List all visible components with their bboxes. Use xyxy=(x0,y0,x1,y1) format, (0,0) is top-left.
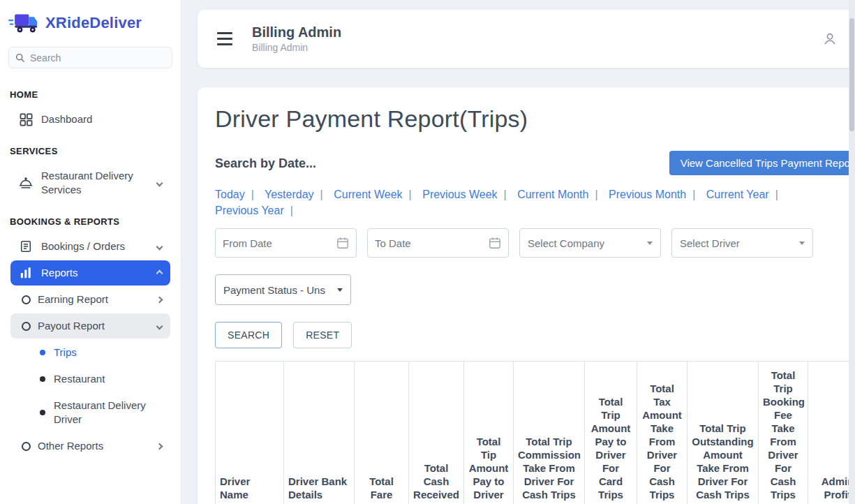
chevron-right-icon xyxy=(156,296,163,303)
chevron-down-icon xyxy=(156,243,163,250)
column-header-total-cash-received: Total Cash Received xyxy=(409,362,464,504)
sidebar-item-label: Trips xyxy=(54,346,162,360)
brand-name: XRideDeliver xyxy=(45,14,142,32)
sidebar-item-restaurant-delivery-services[interactable]: Restaurant Delivery Services xyxy=(10,163,170,202)
sidebar-item-label: Earning Report xyxy=(38,292,150,306)
sidebar-item-label: Reports xyxy=(41,266,149,280)
search-button[interactable]: SEARCH xyxy=(215,322,282,348)
separator: | xyxy=(290,205,293,216)
main-area: Billing Admin Billing Admin Driver Payme… xyxy=(181,0,855,504)
chevron-down-icon xyxy=(156,179,163,186)
vertical-scrollbar-thumb[interactable] xyxy=(849,18,854,131)
payment-status-value: Payment Status - Uns xyxy=(223,284,325,296)
report-card: Driver Payment Report(Trips) Search by D… xyxy=(198,87,855,504)
chevron-right-icon xyxy=(156,443,163,450)
sidebar: XRideDeliver HOME Dashboard SERVICES xyxy=(0,0,181,504)
page-title: Driver Payment Report(Trips) xyxy=(215,105,855,133)
date-quick-links: Today| Yesterday| Current Week| Previous… xyxy=(215,186,817,218)
header-title: Billing Admin xyxy=(252,24,341,41)
circle-icon xyxy=(21,295,31,304)
sidebar-item-label: Restaurant xyxy=(54,372,162,386)
from-date-field[interactable] xyxy=(215,228,357,258)
calendar-icon xyxy=(336,237,349,249)
column-header-total-fare: Total Fare xyxy=(355,362,409,504)
caret-down-icon xyxy=(647,242,653,245)
column-header-driver-bank-details: Driver Bank Details xyxy=(284,362,355,504)
circle-icon xyxy=(21,442,31,451)
table-header-row: Driver Name Driver Bank Details Total Fa… xyxy=(216,362,855,504)
date-link-current-year[interactable]: Current Year xyxy=(706,188,769,200)
date-link-previous-month[interactable]: Previous Month xyxy=(609,188,686,200)
chevron-down-icon xyxy=(156,323,163,329)
reset-button[interactable]: RESET xyxy=(293,322,352,348)
date-link-current-month[interactable]: Current Month xyxy=(517,188,588,200)
sidebar-item-dashboard[interactable]: Dashboard xyxy=(10,107,170,132)
sidebar-item-label: Bookings / Orders xyxy=(41,239,149,253)
date-link-previous-year[interactable]: Previous Year xyxy=(215,205,284,216)
sidebar-search[interactable] xyxy=(8,47,172,68)
header-title-block: Billing Admin Billing Admin xyxy=(252,24,341,54)
separator: | xyxy=(692,188,695,200)
column-header-total-outstanding: Total Trip Outstanding Amount Take From … xyxy=(687,362,759,504)
clipboard-icon xyxy=(19,240,33,253)
section-home: HOME xyxy=(0,77,181,105)
sidebar-item-payout-report[interactable]: Payout Report xyxy=(10,313,170,339)
caret-down-icon xyxy=(799,242,805,245)
header-subtitle: Billing Admin xyxy=(252,41,341,54)
sidebar-item-label: Restaurant Delivery Services xyxy=(41,169,149,197)
to-date-input[interactable] xyxy=(375,237,489,249)
chevron-up-icon xyxy=(156,269,163,276)
separator: | xyxy=(320,188,323,200)
section-bookings-reports: BOOKINGS & REPORTS xyxy=(0,204,181,232)
vertical-scrollbar-track[interactable] xyxy=(849,0,855,504)
sidebar-item-trips[interactable]: Trips xyxy=(10,340,170,365)
date-link-current-week[interactable]: Current Week xyxy=(334,188,402,200)
circle-icon xyxy=(21,322,31,331)
payment-status-select[interactable]: Payment Status - Uns xyxy=(215,274,351,305)
sidebar-item-label: Other Reports xyxy=(38,439,150,453)
sidebar-item-label: Dashboard xyxy=(41,112,162,126)
sidebar-item-label: Restaurant Delivery Driver xyxy=(54,399,162,427)
from-date-input[interactable] xyxy=(223,237,336,249)
sidebar-item-reports[interactable]: Reports xyxy=(10,260,170,286)
menu-icon[interactable] xyxy=(217,29,232,48)
date-link-today[interactable]: Today xyxy=(215,188,245,200)
sidebar-item-label: Payout Report xyxy=(38,319,150,333)
column-header-total-tip: Total Tip Amount Pay to Driver xyxy=(464,362,514,504)
section-services: SERVICES xyxy=(0,133,181,162)
restaurant-icon xyxy=(19,177,33,190)
brand[interactable]: XRideDeliver xyxy=(0,0,181,43)
driver-select-value: Select Driver xyxy=(680,237,740,249)
bullet-dot-icon xyxy=(40,410,45,415)
date-link-yesterday[interactable]: Yesterday xyxy=(265,188,314,200)
calendar-icon xyxy=(489,237,501,249)
sidebar-item-restaurant-delivery-driver[interactable]: Restaurant Delivery Driver xyxy=(10,393,170,432)
search-input[interactable] xyxy=(30,52,165,64)
sidebar-item-bookings-orders[interactable]: Bookings / Orders xyxy=(10,234,170,259)
search-icon xyxy=(15,53,25,63)
user-icon[interactable] xyxy=(822,31,838,47)
bullet-dot-icon xyxy=(40,376,45,382)
separator: | xyxy=(595,188,597,200)
sidebar-item-other-reports[interactable]: Other Reports xyxy=(10,433,170,459)
column-header-driver-name: Driver Name xyxy=(216,362,284,504)
to-date-field[interactable] xyxy=(367,228,509,258)
column-header-admin-profit: Admin Profit xyxy=(808,362,855,504)
bar-chart-icon xyxy=(19,267,33,279)
sidebar-item-earning-report[interactable]: Earning Report xyxy=(10,287,170,312)
sidebar-item-restaurant[interactable]: Restaurant xyxy=(10,366,170,392)
column-header-total-booking-fee: Total Trip Booking Fee Take From Driver … xyxy=(759,362,808,504)
column-header-total-trip-commission: Total Trip Commission Take From Driver F… xyxy=(514,362,585,504)
date-link-previous-week[interactable]: Previous Week xyxy=(422,188,497,200)
truck-logo-icon xyxy=(8,11,39,34)
driver-select[interactable]: Select Driver xyxy=(671,228,813,258)
column-header-total-tax-amount: Total Tax Amount Take From Driver For Ca… xyxy=(637,362,687,504)
company-select-value: Select Company xyxy=(528,237,604,249)
view-cancelled-trips-button[interactable]: View Cancelled Trips Payment Report xyxy=(669,151,855,175)
bullet-dot-icon xyxy=(40,350,45,355)
separator: | xyxy=(409,188,412,200)
separator: | xyxy=(504,188,507,200)
separator: | xyxy=(775,188,778,200)
company-select[interactable]: Select Company xyxy=(519,228,661,258)
column-header-total-trip-amount-card: Total Trip Amount Pay to Driver For Card… xyxy=(585,362,637,504)
